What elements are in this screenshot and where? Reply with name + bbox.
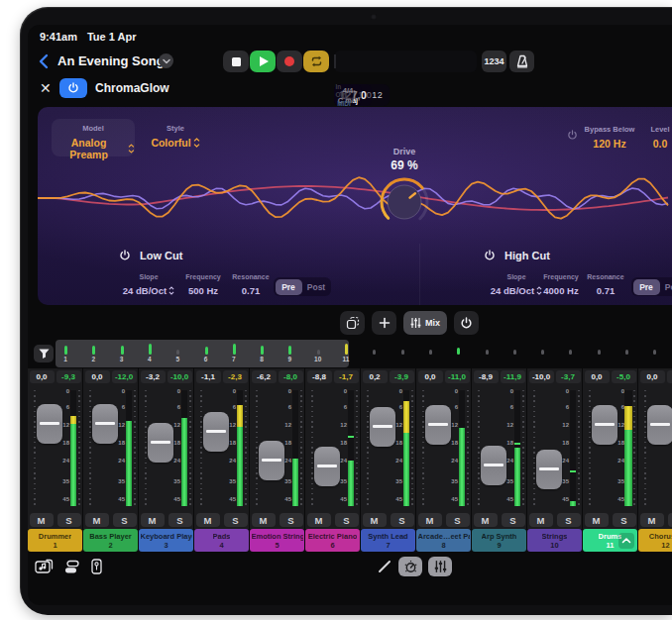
channel-label-8[interactable]: Arcade…eet Pad8: [416, 529, 471, 552]
solo-button[interactable]: S: [280, 513, 303, 527]
pencil-edit-button[interactable]: [377, 559, 392, 574]
overview-track-11[interactable]: 11: [338, 338, 354, 367]
overview-track-2[interactable]: 2: [85, 338, 101, 367]
bypass-power-icon[interactable]: [567, 130, 578, 141]
solo-button[interactable]: S: [335, 513, 359, 527]
overview-track-x21[interactable]: [646, 338, 662, 367]
overview-track-x17[interactable]: [534, 338, 550, 367]
mute-button[interactable]: M: [141, 513, 165, 527]
stop-button[interactable]: [223, 51, 249, 72]
fader-thumb[interactable]: [647, 405, 672, 445]
mute-button[interactable]: M: [30, 513, 54, 527]
plugins-button[interactable]: [63, 560, 80, 574]
solo-button[interactable]: S: [57, 513, 81, 527]
overview-track-8[interactable]: 8: [254, 338, 270, 367]
fader-thumb[interactable]: [37, 404, 62, 444]
overview-track-x14[interactable]: [450, 338, 466, 367]
bypass-below-control[interactable]: Bypass Below 120 Hz: [581, 125, 638, 152]
overview-track-4[interactable]: 4: [142, 338, 158, 367]
overview-track-x12[interactable]: [394, 338, 410, 367]
overview-track-x13[interactable]: [422, 338, 438, 367]
channel-label-2[interactable]: Bass Player2: [83, 529, 138, 552]
overview-track-6[interactable]: 6: [198, 338, 214, 367]
high-cut-resonance[interactable]: Resonance 0.71: [578, 273, 633, 298]
channel-label-10[interactable]: Strings10: [527, 529, 582, 552]
overview-track-9[interactable]: 9: [281, 338, 297, 367]
mix-view-button[interactable]: Mix: [403, 311, 447, 335]
fader-thumb[interactable]: [259, 441, 284, 480]
close-plugin-button[interactable]: ✕: [40, 80, 52, 96]
record-button[interactable]: [277, 51, 302, 72]
level-control[interactable]: Level 0.0: [632, 125, 672, 152]
filter-button[interactable]: [34, 345, 54, 362]
play-button[interactable]: [250, 51, 276, 72]
count-in-button[interactable]: 1234: [482, 51, 506, 72]
solo-button[interactable]: S: [113, 513, 137, 527]
back-button[interactable]: [38, 52, 54, 71]
mute-button[interactable]: M: [196, 513, 220, 527]
overview-track-7[interactable]: 7: [226, 338, 242, 367]
channel-label-4[interactable]: Pads4: [194, 529, 249, 552]
low-cut-slope[interactable]: Slope 24 dB/Oct: [121, 273, 176, 298]
fader-thumb[interactable]: [314, 447, 340, 486]
mute-button[interactable]: M: [585, 513, 609, 527]
channel-label-11[interactable]: Drums11: [583, 529, 637, 552]
fader-thumb[interactable]: [536, 450, 562, 489]
fader-thumb[interactable]: [370, 407, 395, 447]
overview-track-x11[interactable]: [366, 338, 382, 367]
instrument-button[interactable]: [90, 559, 103, 574]
solo-button[interactable]: S: [613, 513, 636, 527]
mute-button[interactable]: M: [307, 513, 331, 527]
style-selector[interactable]: Style Colorful: [143, 124, 208, 151]
duplicate-button[interactable]: [340, 311, 365, 335]
fader-thumb[interactable]: [425, 405, 451, 445]
high-cut-post-button[interactable]: Post: [661, 279, 672, 295]
high-cut-pre-button[interactable]: Pre: [633, 279, 660, 295]
model-selector[interactable]: Model Analog Preamp: [52, 119, 135, 156]
song-title[interactable]: An Evening Song: [57, 53, 165, 68]
collapse-channel-button[interactable]: [618, 533, 634, 549]
faders-view-button[interactable]: [428, 557, 452, 576]
loop-browser-button[interactable]: [35, 559, 54, 574]
overview-track-10[interactable]: 10: [310, 338, 326, 367]
fader-thumb[interactable]: [92, 404, 118, 444]
channel-label-5[interactable]: Emotion Strings5: [250, 529, 304, 552]
mute-button[interactable]: M: [529, 513, 553, 527]
solo-button[interactable]: S: [557, 513, 581, 527]
solo-button[interactable]: S: [391, 513, 414, 527]
mute-button[interactable]: M: [474, 513, 498, 527]
drive-knob[interactable]: [377, 172, 432, 230]
mixer-power-button[interactable]: [454, 311, 479, 335]
mute-button[interactable]: M: [418, 513, 442, 527]
mute-button[interactable]: M: [363, 513, 387, 527]
channel-label-3[interactable]: Keyboard Player3: [139, 529, 193, 552]
solo-button[interactable]: S: [168, 513, 192, 527]
cycle-button[interactable]: [303, 51, 329, 72]
mute-button[interactable]: M: [85, 513, 109, 527]
low-cut-pre-button[interactable]: Pre: [276, 279, 302, 295]
solo-button[interactable]: S: [446, 513, 470, 527]
low-cut-post-button[interactable]: Post: [303, 279, 330, 295]
song-menu-button[interactable]: [159, 53, 173, 68]
low-cut-resonance[interactable]: Resonance 0.71: [223, 273, 279, 298]
high-cut-power-icon[interactable]: [484, 250, 496, 261]
overview-track-3[interactable]: 3: [114, 338, 130, 367]
mute-button[interactable]: M: [640, 513, 664, 527]
channel-label-6[interactable]: Electric Piano6: [305, 529, 360, 552]
solo-button[interactable]: S: [224, 513, 248, 527]
mute-button[interactable]: M: [252, 513, 276, 527]
overview-track-x20[interactable]: [618, 338, 634, 367]
metronome-button[interactable]: [509, 51, 534, 72]
plugin-power-button[interactable]: [59, 78, 87, 98]
overview-track-x18[interactable]: [562, 338, 578, 367]
overview-track-x19[interactable]: [591, 338, 607, 367]
channel-label-1[interactable]: Drummer1: [28, 529, 82, 552]
add-track-button[interactable]: [372, 311, 396, 335]
controls-view-button[interactable]: [398, 557, 422, 576]
overview-track-x16[interactable]: [506, 338, 522, 367]
overview-track-1[interactable]: 1: [57, 338, 73, 367]
fader-thumb[interactable]: [481, 446, 506, 485]
channel-label-7[interactable]: Synth Lead7: [361, 529, 415, 552]
solo-button[interactable]: S: [668, 513, 672, 527]
channel-label-12[interactable]: Chorus V12: [638, 529, 672, 552]
